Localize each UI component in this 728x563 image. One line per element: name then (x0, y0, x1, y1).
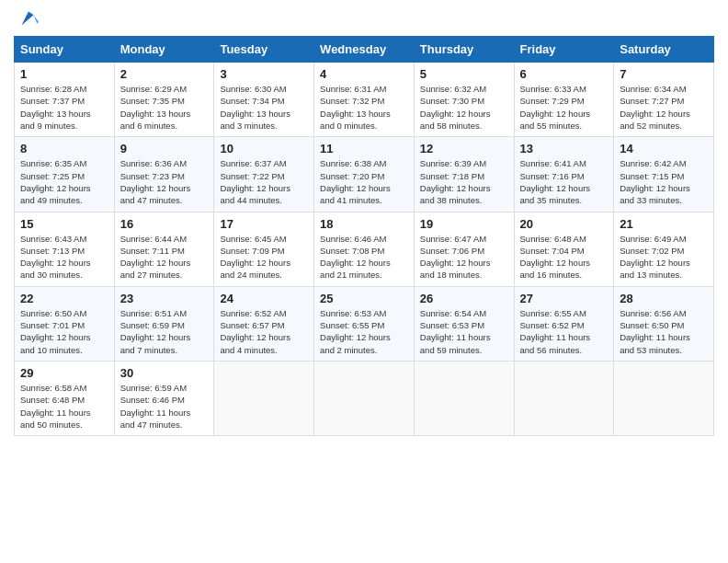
day-number: 27 (520, 292, 609, 305)
day-number: 14 (620, 142, 708, 155)
day-info: Sunrise: 6:44 AMSunset: 7:11 PMDaylight:… (120, 234, 191, 281)
day-info: Sunrise: 6:29 AMSunset: 7:35 PMDaylight:… (120, 84, 191, 131)
day-info: Sunrise: 6:36 AMSunset: 7:23 PMDaylight:… (120, 158, 191, 205)
calendar-cell (514, 361, 614, 435)
day-info: Sunrise: 6:31 AMSunset: 7:32 PMDaylight:… (320, 84, 391, 131)
logo (14, 9, 40, 29)
calendar-week-row: 29Sunrise: 6:58 AMSunset: 6:48 PMDayligh… (15, 361, 714, 435)
calendar: SundayMondayTuesdayWednesdayThursdayFrid… (14, 36, 714, 436)
day-number: 29 (20, 366, 108, 380)
calendar-cell: 20Sunrise: 6:48 AMSunset: 7:04 PMDayligh… (514, 212, 614, 286)
header (14, 9, 714, 29)
day-number: 10 (220, 142, 308, 155)
day-number: 28 (620, 292, 708, 305)
day-info: Sunrise: 6:35 AMSunset: 7:25 PMDaylight:… (20, 158, 91, 205)
weekday-header-monday: Monday (114, 37, 214, 63)
day-number: 7 (620, 67, 708, 81)
logo-text (14, 9, 40, 32)
calendar-cell: 24Sunrise: 6:52 AMSunset: 6:57 PMDayligh… (214, 286, 314, 361)
day-number: 17 (220, 217, 308, 231)
calendar-cell: 18Sunrise: 6:46 AMSunset: 7:08 PMDayligh… (314, 212, 415, 286)
day-number: 12 (420, 142, 508, 155)
day-info: Sunrise: 6:55 AMSunset: 6:52 PMDaylight:… (520, 308, 591, 355)
day-number: 23 (120, 292, 209, 305)
calendar-cell: 29Sunrise: 6:58 AMSunset: 6:48 PMDayligh… (15, 361, 115, 435)
calendar-cell: 27Sunrise: 6:55 AMSunset: 6:52 PMDayligh… (514, 286, 614, 361)
day-info: Sunrise: 6:53 AMSunset: 6:55 PMDaylight:… (320, 308, 391, 355)
day-number: 8 (20, 142, 108, 155)
calendar-cell: 26Sunrise: 6:54 AMSunset: 6:53 PMDayligh… (414, 286, 514, 361)
calendar-cell: 10Sunrise: 6:37 AMSunset: 7:22 PMDayligh… (214, 137, 314, 212)
calendar-cell: 8Sunrise: 6:35 AMSunset: 7:25 PMDaylight… (15, 137, 115, 212)
calendar-cell: 19Sunrise: 6:47 AMSunset: 7:06 PMDayligh… (414, 212, 514, 286)
calendar-cell: 15Sunrise: 6:43 AMSunset: 7:13 PMDayligh… (15, 212, 115, 286)
calendar-cell (414, 361, 514, 435)
day-info: Sunrise: 6:33 AMSunset: 7:29 PMDaylight:… (520, 84, 591, 131)
calendar-week-row: 15Sunrise: 6:43 AMSunset: 7:13 PMDayligh… (15, 212, 714, 286)
day-info: Sunrise: 6:54 AMSunset: 6:53 PMDaylight:… (420, 308, 491, 355)
weekday-header-tuesday: Tuesday (214, 37, 314, 63)
calendar-cell (314, 361, 415, 435)
day-info: Sunrise: 6:39 AMSunset: 7:18 PMDaylight:… (420, 158, 491, 205)
day-info: Sunrise: 6:49 AMSunset: 7:02 PMDaylight:… (620, 234, 690, 281)
day-number: 25 (320, 292, 408, 305)
logo-icon (15, 6, 40, 32)
day-number: 18 (320, 217, 408, 231)
day-info: Sunrise: 6:51 AMSunset: 6:59 PMDaylight:… (120, 308, 191, 355)
day-number: 5 (420, 67, 508, 81)
calendar-cell: 2Sunrise: 6:29 AMSunset: 7:35 PMDaylight… (114, 63, 214, 137)
day-info: Sunrise: 6:48 AMSunset: 7:04 PMDaylight:… (520, 234, 591, 281)
day-info: Sunrise: 6:37 AMSunset: 7:22 PMDaylight:… (220, 158, 290, 205)
day-info: Sunrise: 6:43 AMSunset: 7:13 PMDaylight:… (20, 234, 91, 281)
day-info: Sunrise: 6:58 AMSunset: 6:48 PMDaylight:… (20, 383, 91, 430)
calendar-cell: 25Sunrise: 6:53 AMSunset: 6:55 PMDayligh… (314, 286, 415, 361)
day-info: Sunrise: 6:38 AMSunset: 7:20 PMDaylight:… (320, 158, 391, 205)
day-info: Sunrise: 6:42 AMSunset: 7:15 PMDaylight:… (620, 158, 690, 205)
calendar-cell: 16Sunrise: 6:44 AMSunset: 7:11 PMDayligh… (114, 212, 214, 286)
calendar-cell: 22Sunrise: 6:50 AMSunset: 7:01 PMDayligh… (15, 286, 115, 361)
day-number: 20 (520, 217, 609, 231)
day-number: 4 (320, 67, 408, 81)
calendar-cell: 17Sunrise: 6:45 AMSunset: 7:09 PMDayligh… (214, 212, 314, 286)
calendar-cell: 3Sunrise: 6:30 AMSunset: 7:34 PMDaylight… (214, 63, 314, 137)
day-info: Sunrise: 6:28 AMSunset: 7:37 PMDaylight:… (20, 84, 91, 131)
day-number: 13 (520, 142, 609, 155)
calendar-cell (214, 361, 314, 435)
day-info: Sunrise: 6:32 AMSunset: 7:30 PMDaylight:… (420, 84, 491, 131)
day-number: 26 (420, 292, 508, 305)
day-number: 1 (20, 67, 108, 81)
day-number: 30 (120, 366, 209, 380)
day-number: 9 (120, 142, 209, 155)
weekday-header-row: SundayMondayTuesdayWednesdayThursdayFrid… (15, 37, 714, 63)
day-info: Sunrise: 6:47 AMSunset: 7:06 PMDaylight:… (420, 234, 491, 281)
calendar-cell: 5Sunrise: 6:32 AMSunset: 7:30 PMDaylight… (414, 63, 514, 137)
weekday-header-wednesday: Wednesday (314, 37, 415, 63)
calendar-cell (614, 361, 714, 435)
weekday-header-sunday: Sunday (15, 37, 115, 63)
calendar-cell: 4Sunrise: 6:31 AMSunset: 7:32 PMDaylight… (314, 63, 415, 137)
day-number: 24 (220, 292, 308, 305)
day-info: Sunrise: 6:41 AMSunset: 7:16 PMDaylight:… (520, 158, 591, 205)
day-number: 6 (520, 67, 609, 81)
day-info: Sunrise: 6:52 AMSunset: 6:57 PMDaylight:… (220, 308, 290, 355)
calendar-cell: 30Sunrise: 6:59 AMSunset: 6:46 PMDayligh… (114, 361, 214, 435)
calendar-cell: 7Sunrise: 6:34 AMSunset: 7:27 PMDaylight… (614, 63, 714, 137)
weekday-header-saturday: Saturday (614, 37, 714, 63)
calendar-cell: 12Sunrise: 6:39 AMSunset: 7:18 PMDayligh… (414, 137, 514, 212)
day-info: Sunrise: 6:50 AMSunset: 7:01 PMDaylight:… (20, 308, 91, 355)
calendar-cell: 28Sunrise: 6:56 AMSunset: 6:50 PMDayligh… (614, 286, 714, 361)
day-number: 3 (220, 67, 308, 81)
calendar-week-row: 22Sunrise: 6:50 AMSunset: 7:01 PMDayligh… (15, 286, 714, 361)
day-info: Sunrise: 6:30 AMSunset: 7:34 PMDaylight:… (220, 84, 290, 131)
calendar-cell: 23Sunrise: 6:51 AMSunset: 6:59 PMDayligh… (114, 286, 214, 361)
day-number: 2 (120, 67, 209, 81)
day-number: 15 (20, 217, 108, 231)
day-info: Sunrise: 6:45 AMSunset: 7:09 PMDaylight:… (220, 234, 290, 281)
day-info: Sunrise: 6:34 AMSunset: 7:27 PMDaylight:… (620, 84, 690, 131)
day-number: 16 (120, 217, 209, 231)
calendar-cell: 6Sunrise: 6:33 AMSunset: 7:29 PMDaylight… (514, 63, 614, 137)
calendar-week-row: 8Sunrise: 6:35 AMSunset: 7:25 PMDaylight… (15, 137, 714, 212)
day-number: 11 (320, 142, 408, 155)
day-number: 21 (620, 217, 708, 231)
calendar-cell: 14Sunrise: 6:42 AMSunset: 7:15 PMDayligh… (614, 137, 714, 212)
